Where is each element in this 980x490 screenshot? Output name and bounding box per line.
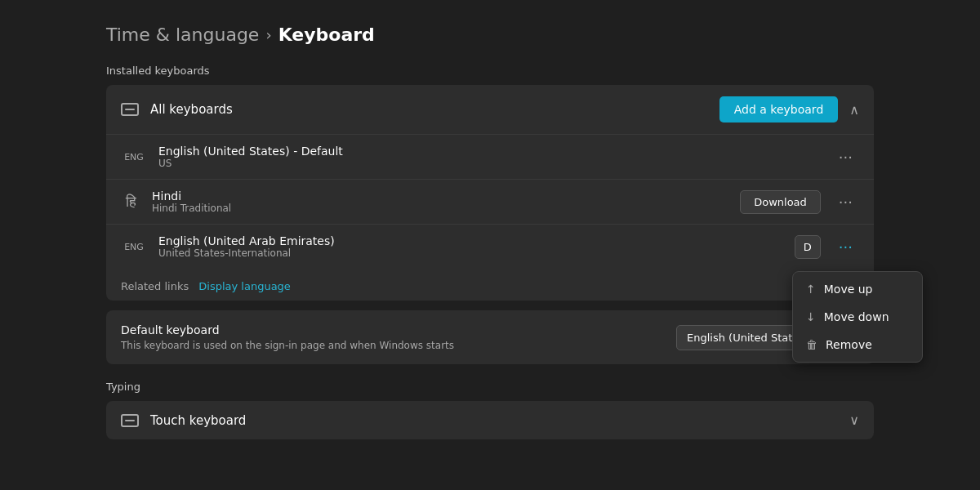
breadcrumb-parent[interactable]: Time & language (106, 24, 259, 45)
related-links-section: Related links Display language (106, 269, 874, 301)
eng-uae-name: English (United Arab Emirates) United St… (158, 234, 783, 259)
move-up-item[interactable]: ↑ Move up (793, 275, 922, 303)
default-keyboard-description: This keyboard is used on the sign-in pag… (121, 340, 663, 351)
eng-uae-badge: ENG (121, 242, 147, 252)
eng-us-badge: ENG (121, 152, 147, 163)
keyboard-icon (121, 103, 139, 116)
breadcrumb: Time & language › Keyboard (106, 24, 874, 45)
touch-keyboard-icon (121, 414, 139, 427)
more-options-english-us[interactable]: ··· (832, 145, 859, 169)
keyboards-card: All keyboards Add a keyboard ∧ ENG Engli… (106, 85, 874, 301)
remove-icon: 🗑 (806, 338, 817, 351)
default-keyboard-card: Default keyboard This keyboard is used o… (106, 310, 874, 364)
keyboard-row-hindi: हि Hindi Hindi Traditional Download ··· (106, 179, 874, 224)
breadcrumb-separator: › (265, 26, 271, 43)
move-down-label: Move down (824, 310, 889, 323)
related-links-label: Related links (121, 280, 189, 292)
move-down-icon: ↓ (806, 310, 816, 323)
remove-label: Remove (826, 338, 872, 351)
keyboard-row-english-us: ENG English (United States) - Default US… (106, 134, 874, 179)
touch-keyboard-expand-icon[interactable]: ∨ (849, 412, 859, 428)
move-down-item[interactable]: ↓ Move down (793, 303, 922, 331)
hindi-name: Hindi Hindi Traditional (152, 189, 728, 214)
display-language-link[interactable]: Display language (198, 280, 291, 292)
breadcrumb-current: Keyboard (278, 24, 375, 45)
move-up-icon: ↑ (806, 283, 816, 296)
context-menu: ↑ Move up ↓ Move down 🗑 Remove (792, 271, 923, 363)
more-options-hindi[interactable]: ··· (832, 190, 859, 214)
keyboard-row-english-uae: ENG English (United Arab Emirates) Unite… (106, 224, 874, 269)
default-keyboard-text: Default keyboard This keyboard is used o… (121, 323, 663, 351)
all-keyboards-label: All keyboards (150, 102, 708, 117)
installed-keyboards-title: Installed keyboards (106, 65, 874, 77)
eng-us-name: English (United States) - Default US (158, 145, 821, 169)
collapse-icon[interactable]: ∧ (849, 102, 859, 118)
hindi-badge: हि (121, 193, 140, 211)
download-button[interactable]: Download (740, 190, 821, 214)
typing-card: Touch keyboard ∨ (106, 401, 874, 439)
typing-section: Typing Touch keyboard ∨ (106, 381, 874, 439)
default-keyboard-title: Default keyboard (121, 323, 663, 336)
keyboards-card-header: All keyboards Add a keyboard ∧ (106, 85, 874, 134)
touch-keyboard-label: Touch keyboard (150, 413, 838, 428)
typing-section-title: Typing (106, 381, 874, 393)
remove-item[interactable]: 🗑 Remove (793, 331, 922, 359)
move-up-label: Move up (824, 283, 873, 296)
add-keyboard-button[interactable]: Add a keyboard (719, 96, 839, 122)
partial-download-button[interactable]: D (795, 235, 821, 259)
more-options-english-uae[interactable]: ··· (832, 235, 859, 259)
